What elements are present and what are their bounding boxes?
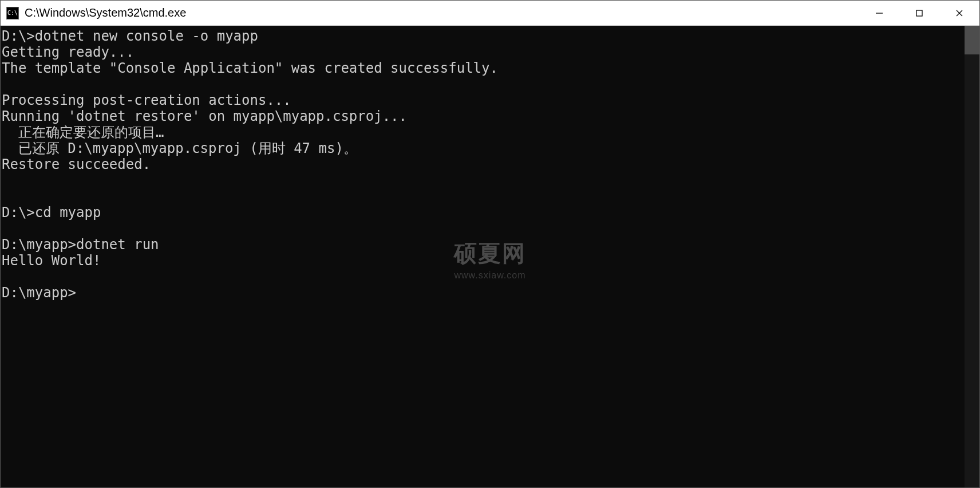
terminal-line: The template "Console Application" was c…: [2, 60, 963, 76]
terminal-line: Getting ready...: [2, 44, 963, 60]
terminal-line: [2, 188, 963, 204]
close-button[interactable]: [939, 1, 979, 25]
terminal-line: Running 'dotnet restore' on myapp\myapp.…: [2, 108, 963, 124]
cmd-window: C:\ C:\Windows\System32\cmd.exe D:\>dotn…: [0, 0, 980, 488]
terminal-line: 已还原 D:\myapp\myapp.csproj (用时 47 ms)。: [2, 140, 963, 156]
terminal-line: 正在确定要还原的项目…: [2, 124, 963, 140]
scrollbar[interactable]: [965, 26, 979, 487]
minimize-icon: [875, 9, 883, 17]
terminal-line: D:\>cd myapp: [2, 204, 963, 221]
terminal-line: Processing post-creation actions...: [2, 92, 963, 108]
titlebar[interactable]: C:\ C:\Windows\System32\cmd.exe: [1, 1, 979, 26]
terminal-output[interactable]: D:\>dotnet new console -o myappGetting r…: [1, 26, 965, 487]
terminal-line: D:\myapp>: [2, 285, 963, 301]
terminal-line: [2, 269, 963, 285]
svg-rect-1: [916, 10, 922, 16]
terminal-line: D:\myapp>dotnet run: [2, 237, 963, 253]
window-controls: [859, 1, 979, 25]
terminal-container: D:\>dotnet new console -o myappGetting r…: [1, 26, 979, 487]
window-title: C:\Windows\System32\cmd.exe: [25, 6, 859, 19]
terminal-line: D:\>dotnet new console -o myapp: [2, 28, 963, 44]
app-icon: C:\: [6, 7, 19, 19]
maximize-button[interactable]: [899, 1, 939, 25]
terminal-line: [2, 172, 963, 188]
terminal-line: [2, 76, 963, 92]
scrollbar-thumb[interactable]: [965, 26, 979, 54]
maximize-icon: [915, 9, 923, 17]
close-icon: [955, 9, 963, 17]
terminal-line: [2, 221, 963, 237]
terminal-line: Restore succeeded.: [2, 156, 963, 172]
app-icon-text: C:\: [7, 10, 18, 16]
minimize-button[interactable]: [859, 1, 899, 25]
terminal-line: Hello World!: [2, 253, 963, 269]
